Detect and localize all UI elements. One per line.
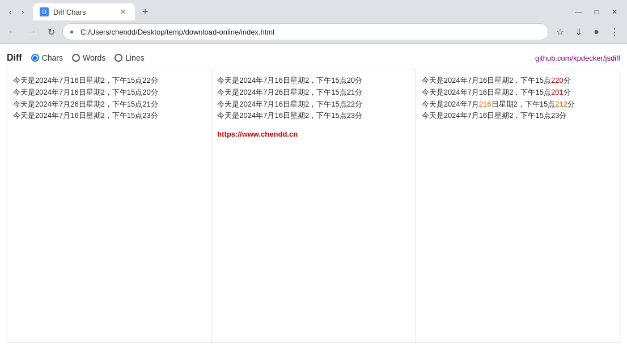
- diff-line: 今天是2024年7月26日星期2，下午15点21分: [13, 99, 205, 111]
- address-text: C:/Users/chendd/Desktop/temp/download-on…: [81, 28, 541, 36]
- diff-line: 今天是2024年7月16日星期2，下午15点23分: [422, 110, 614, 122]
- diff-line: 今天是2024年7月16日星期2，下午15点23分: [217, 110, 409, 122]
- close-button[interactable]: ✕: [607, 4, 622, 20]
- diff-line: 今天是2024年7月26日星期2，下午15点21分: [217, 87, 409, 99]
- address-bar[interactable]: ● C:/Users/chendd/Desktop/temp/download-…: [62, 23, 549, 40]
- diff-line: 今天是2024年7月16日星期2，下午15点23分: [13, 110, 205, 122]
- diff-line: 今天是2024年7月16日星期2，下午15点201分: [422, 87, 614, 99]
- radio-words-circle: [72, 54, 80, 62]
- tab-close-button[interactable]: ✕: [118, 7, 128, 17]
- radio-chars[interactable]: Chars: [31, 53, 63, 62]
- github-link[interactable]: github.com/kpdecker/jsdiff: [535, 54, 620, 62]
- address-bar-row: ← → ↻ ● C:/Users/chendd/Desktop/temp/dow…: [0, 20, 627, 43]
- tab-favicon: D: [40, 7, 49, 16]
- diff-header: Diff Chars Words Lines github.com/kpdeck…: [7, 48, 620, 67]
- maximize-button[interactable]: □: [588, 4, 604, 20]
- diff-line: 今天是2024年7月16日星期2，下午15点22分: [217, 99, 409, 111]
- forward-button[interactable]: →: [24, 24, 40, 40]
- browser-chrome: ‹ › D Diff Chars ✕ + — □ ✕ ← → ↻ ● C:/Us…: [0, 0, 627, 44]
- back-button[interactable]: ←: [5, 24, 20, 40]
- lock-icon: ●: [70, 28, 74, 36]
- profile-button[interactable]: ●: [588, 24, 604, 40]
- diff-panels: 今天是2024年7月16日星期2，下午15点22分 今天是2024年7月16日星…: [7, 70, 620, 343]
- page-content: Diff Chars Words Lines github.com/kpdeck…: [0, 44, 627, 364]
- download-button[interactable]: ⇓: [570, 24, 586, 40]
- diff-line: 今天是2024年7月16日星期2，下午15点220分: [422, 75, 614, 87]
- radio-lines[interactable]: Lines: [115, 53, 144, 62]
- radio-chars-circle: [31, 54, 39, 62]
- window-controls: — □ ✕: [570, 4, 622, 20]
- new-tab-button[interactable]: +: [137, 4, 153, 20]
- radio-lines-circle: [115, 54, 122, 62]
- toolbar-icons: ☆ ⇓ ● ⋮: [552, 24, 622, 40]
- radio-words-label: Words: [83, 53, 105, 62]
- menu-button[interactable]: ⋮: [607, 24, 622, 40]
- diff-panel-3: 今天是2024年7月16日星期2，下午15点220分 今天是2024年7月16日…: [416, 70, 620, 342]
- diff-title: Diff: [7, 53, 22, 63]
- minimize-button[interactable]: —: [570, 4, 586, 20]
- diff-line: 今天是2024年7月216日星期2，下午15点212分: [422, 99, 614, 111]
- reload-button[interactable]: ↻: [43, 24, 59, 40]
- diff-line: 今天是2024年7月16日星期2，下午15点20分: [217, 75, 409, 87]
- radio-lines-label: Lines: [125, 53, 144, 62]
- radio-group: Chars Words Lines: [31, 53, 145, 62]
- tab-title: Diff Chars: [53, 8, 86, 16]
- chendd-link[interactable]: https://www.chendd.cn: [217, 129, 409, 141]
- tab-forward-button[interactable]: ›: [17, 6, 28, 18]
- tab-bar: ‹ › D Diff Chars ✕ + — □ ✕: [0, 0, 627, 20]
- radio-chars-label: Chars: [42, 53, 63, 62]
- diff-line: 今天是2024年7月16日星期2，下午15点20分: [13, 87, 205, 99]
- diff-panel-2: 今天是2024年7月16日星期2，下午15点20分 今天是2024年7月26日星…: [211, 70, 416, 342]
- bookmark-button[interactable]: ☆: [552, 24, 568, 40]
- tab-back-button[interactable]: ‹: [5, 6, 16, 18]
- radio-words[interactable]: Words: [72, 53, 105, 62]
- diff-panel-1: 今天是2024年7月16日星期2，下午15点22分 今天是2024年7月16日星…: [7, 70, 211, 342]
- active-tab[interactable]: D Diff Chars ✕: [33, 3, 135, 20]
- diff-line: 今天是2024年7月16日星期2，下午15点22分: [13, 75, 205, 87]
- tab-back-forward: ‹ ›: [5, 6, 28, 18]
